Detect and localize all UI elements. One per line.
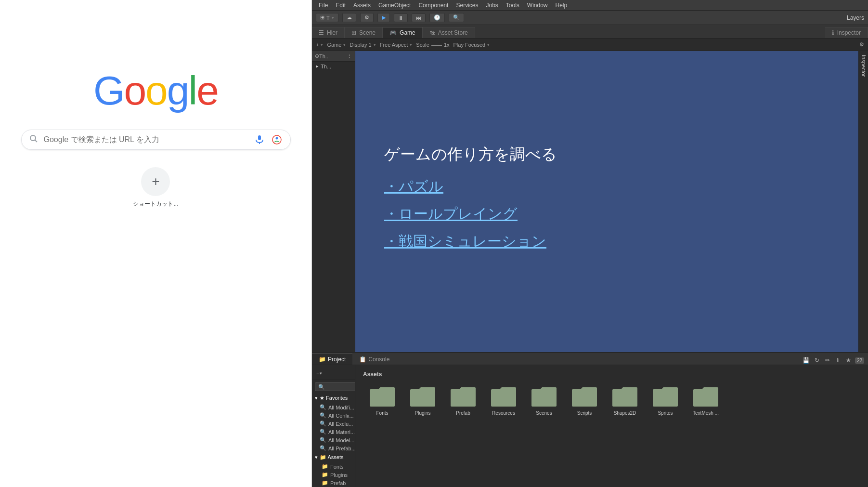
inspector-icon: ℹ bbox=[832, 29, 834, 36]
game-dropdown[interactable]: Game ▾ bbox=[327, 42, 346, 48]
menu-help[interactable]: Help bbox=[553, 1, 570, 10]
menu-window[interactable]: Window bbox=[524, 1, 551, 10]
fav-all-config[interactable]: 🔍 All Confii... bbox=[312, 411, 355, 420]
asset-textmesh[interactable]: TextMesh ... bbox=[687, 383, 725, 418]
cloud-icon: ☁ bbox=[347, 14, 352, 21]
game-link-0[interactable]: ・パズル bbox=[384, 177, 829, 197]
game-link-2[interactable]: ・戦国シミュレーション bbox=[384, 232, 829, 251]
hierarchy-header: ⊕ Th... ⋮ bbox=[312, 51, 355, 62]
menu-file[interactable]: File bbox=[316, 1, 331, 10]
search-small-icon: 🔍 bbox=[320, 404, 326, 410]
settings-btn[interactable]: ⚙ bbox=[360, 13, 374, 22]
game-title: ゲームの作り方を調べる bbox=[384, 144, 829, 165]
fav-all-model[interactable]: 🔍 All Model... bbox=[312, 436, 355, 444]
hierarchy-panel: ⊕ Th... ⋮ ▸ Th... bbox=[312, 51, 355, 352]
aspect-dropdown[interactable]: Free Aspect ▾ bbox=[380, 42, 413, 48]
lens-icon[interactable] bbox=[271, 134, 283, 145]
bottom-tabs: 📁 Project 📋 Console 💾 ↻ ✏ ℹ ★ 22 bbox=[312, 353, 868, 365]
menu-jobs[interactable]: Jobs bbox=[483, 1, 501, 10]
assets-search-input[interactable] bbox=[315, 382, 355, 391]
folder-textmesh-icon bbox=[692, 385, 719, 408]
menu-gameobject[interactable]: GameObject bbox=[376, 1, 414, 10]
search-btn[interactable]: 🔍 bbox=[449, 13, 464, 22]
history-btn[interactable]: 🕐 bbox=[429, 13, 445, 22]
pause-btn[interactable]: ⏸ bbox=[394, 13, 408, 22]
asset-scripts[interactable]: Scripts bbox=[565, 383, 604, 418]
asset-fonts-label: Fonts bbox=[376, 410, 388, 416]
asset-store-tab-icon: 🛍 bbox=[429, 29, 435, 36]
tab-scene[interactable]: ⊞ Scene bbox=[345, 27, 383, 38]
asset-fonts[interactable]: Fonts bbox=[363, 383, 402, 418]
play-focused-dropdown-icon: ▾ bbox=[487, 42, 490, 47]
asset-shapes2d-label: Shapes2D bbox=[614, 410, 636, 416]
expand-icon: ▸ bbox=[316, 63, 319, 69]
assets-tree-label: 📁 Assets bbox=[320, 454, 343, 461]
svg-point-5 bbox=[275, 137, 278, 140]
shortcut-item[interactable]: + ショートカット... bbox=[133, 167, 178, 208]
pencil-icon[interactable]: ✏ bbox=[823, 356, 832, 365]
tree-plugins[interactable]: 📁 Plugins bbox=[312, 471, 355, 479]
asset-scenes-label: Scenes bbox=[536, 410, 552, 416]
logo-e: e bbox=[196, 67, 218, 114]
fav-all-prefab[interactable]: 🔍 All Prefab... bbox=[312, 444, 355, 452]
tree-fonts[interactable]: 📁 Fonts bbox=[312, 462, 355, 471]
menu-assets[interactable]: Assets bbox=[350, 1, 374, 10]
unity-menubar: File Edit Assets GameObject Component Se… bbox=[312, 0, 868, 11]
info-icon[interactable]: ℹ bbox=[834, 356, 842, 365]
transform-tool-btn[interactable]: ⊞ T ▾ bbox=[316, 13, 338, 22]
asset-sprites[interactable]: Sprites bbox=[646, 383, 685, 418]
play-btn[interactable]: ▶ bbox=[377, 13, 390, 22]
assets-area-label: Assets bbox=[359, 369, 864, 380]
fav-all-modified[interactable]: 🔍 All Modifi... bbox=[312, 403, 355, 411]
menu-component[interactable]: Component bbox=[415, 1, 451, 10]
menu-edit[interactable]: Edit bbox=[333, 1, 349, 10]
hierarchy-item-0[interactable]: ▸ Th... bbox=[312, 62, 355, 71]
search-small-icon2: 🔍 bbox=[320, 412, 326, 419]
fav-all-material[interactable]: 🔍 All Materi... bbox=[312, 428, 355, 436]
refresh-icon[interactable]: ↻ bbox=[813, 356, 821, 365]
tree-prefab[interactable]: 📁 Prefab bbox=[312, 479, 355, 487]
cloud-btn[interactable]: ☁ bbox=[342, 13, 356, 22]
folder-icon-small: 📁 bbox=[322, 463, 328, 470]
asset-scripts-label: Scripts bbox=[577, 410, 592, 416]
svg-point-4 bbox=[272, 135, 281, 144]
search-small-icon6: 🔍 bbox=[320, 445, 326, 451]
scale-control[interactable]: Scale —— 1x bbox=[416, 42, 449, 48]
asset-plugins[interactable]: Plugins bbox=[403, 383, 442, 418]
tab-asset-store[interactable]: 🛍 Asset Store bbox=[423, 27, 475, 38]
menu-services[interactable]: Services bbox=[453, 1, 481, 10]
add-btn[interactable]: +▾ bbox=[316, 42, 323, 48]
tab-inspector[interactable]: ℹ Inspector bbox=[825, 27, 868, 38]
add-project-btn[interactable]: +▾ bbox=[315, 369, 324, 378]
shortcut-label: ショートカット... bbox=[133, 200, 178, 208]
play-focused-btn[interactable]: Play Focused ▾ bbox=[453, 42, 490, 48]
logo-g: G bbox=[93, 67, 124, 114]
game-link-1[interactable]: ・ロールプレイング bbox=[384, 204, 829, 224]
asset-shapes2d[interactable]: Shapes2D bbox=[606, 383, 644, 418]
step-btn[interactable]: ⏭ bbox=[412, 13, 426, 22]
search-input[interactable] bbox=[44, 135, 254, 144]
assets-tree-header[interactable]: ▾ 📁 Assets bbox=[312, 452, 355, 462]
tab-console[interactable]: 📋 Console bbox=[352, 354, 396, 365]
shortcut-circle: + bbox=[141, 167, 170, 196]
menu-tools[interactable]: Tools bbox=[503, 1, 522, 10]
star-icon[interactable]: ★ bbox=[844, 356, 853, 365]
unity-main: ⊕ Th... ⋮ ▸ Th... ゲームの作り方を調べる ・パズル ・ロールプ… bbox=[312, 51, 868, 352]
save-project-icon[interactable]: 💾 bbox=[802, 356, 811, 365]
microphone-icon[interactable] bbox=[254, 134, 265, 145]
aspect-label: Free Aspect bbox=[380, 42, 408, 48]
tab-game[interactable]: 🎮 Game bbox=[383, 27, 423, 38]
fav-all-exclu[interactable]: 🔍 All Exclu... bbox=[312, 420, 355, 428]
gizmos-btn[interactable]: ⚙ bbox=[859, 41, 864, 48]
asset-scenes[interactable]: Scenes bbox=[525, 383, 563, 418]
gear-icon: ⚙ bbox=[364, 14, 369, 21]
tab-project[interactable]: 📁 Project bbox=[312, 354, 352, 365]
tab-hierarchy[interactable]: ☰ Hier bbox=[312, 27, 345, 38]
game-canvas: ゲームの作り方を調べる ・パズル ・ロールプレイング ・戦国シミュレーション bbox=[355, 51, 858, 352]
display-dropdown[interactable]: Display 1 ▾ bbox=[350, 42, 376, 48]
asset-prefab[interactable]: Prefab bbox=[444, 383, 482, 418]
favorites-header[interactable]: ▾ ★ Favorites bbox=[312, 393, 355, 403]
hier-item-label: Th... bbox=[321, 64, 331, 69]
asset-resources[interactable]: Resources bbox=[484, 383, 523, 418]
inspector-panel: Inspector bbox=[858, 51, 868, 352]
